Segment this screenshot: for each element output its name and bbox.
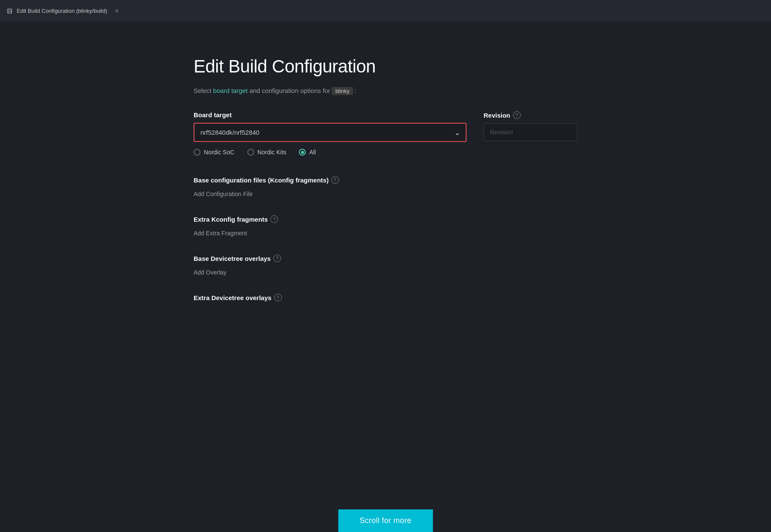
add-extra-fragment-link[interactable]: Add Extra Fragment [194, 227, 247, 239]
extra-kconfig-help-icon[interactable]: ? [270, 215, 278, 223]
revision-col: Revision ? [484, 111, 577, 142]
title-bar: ⊟ Edit Build Configuration (blinky/build… [0, 0, 771, 22]
subtitle-middle: and configuration options for [249, 87, 332, 94]
base-devicetree-section: Base Devicetree overlays ? Add Overlay [194, 254, 577, 278]
radio-label-all: All [309, 149, 316, 156]
add-overlay-link[interactable]: Add Overlay [194, 266, 226, 278]
radio-nordic-kits[interactable]: Nordic Kits [247, 149, 287, 156]
radio-nordic-soc[interactable]: Nordic SoC [194, 149, 235, 156]
close-button[interactable]: × [112, 6, 121, 16]
extra-devicetree-title: Extra Devicetree overlays ? [194, 294, 577, 301]
extra-kconfig-section: Extra Kconfig fragments ? Add Extra Frag… [194, 215, 577, 239]
radio-circle-nordic-kits [247, 149, 254, 156]
board-target-dropdown[interactable]: nrf52840dk/nrf52840 [194, 123, 467, 142]
page-title: Edit Build Configuration [194, 56, 577, 77]
form-container: Edit Build Configuration Select board ta… [194, 56, 577, 301]
base-devicetree-title: Base Devicetree overlays ? [194, 254, 577, 262]
main-content: Edit Build Configuration Select board ta… [0, 22, 771, 318]
board-target-link[interactable]: board target [213, 87, 248, 94]
subtitle-suffix: : [355, 87, 357, 94]
scroll-for-more-button[interactable]: Scroll for more [338, 509, 433, 532]
base-devicetree-help-icon[interactable]: ? [273, 254, 281, 262]
filter-radio-group: Nordic SoC Nordic Kits All [194, 145, 577, 159]
board-target-col: Board target nrf52840dk/nrf52840 ⌄ [194, 111, 467, 142]
base-config-help-icon[interactable]: ? [331, 176, 339, 184]
radio-label-nordic-kits: Nordic Kits [258, 149, 287, 156]
extra-devicetree-help-icon[interactable]: ? [274, 294, 282, 301]
window-title: Edit Build Configuration (blinky/build) [17, 8, 107, 14]
project-badge: blinky [332, 87, 353, 95]
extra-kconfig-title: Extra Kconfig fragments ? [194, 215, 577, 223]
board-target-label: Board target [194, 111, 467, 119]
revision-label: Revision ? [484, 111, 577, 119]
subtitle-prefix: Select [194, 87, 213, 94]
radio-circle-all [299, 149, 306, 156]
radio-label-nordic-soc: Nordic SoC [204, 149, 235, 156]
revision-help-icon[interactable]: ? [513, 111, 521, 119]
window-icon: ⊟ [7, 7, 12, 15]
base-config-title: Base configuration files (Kconfig fragme… [194, 176, 577, 184]
board-revision-row: Board target nrf52840dk/nrf52840 ⌄ Revis… [194, 111, 577, 142]
base-config-section: Base configuration files (Kconfig fragme… [194, 176, 577, 200]
add-config-file-link[interactable]: Add Configuration File [194, 188, 253, 200]
board-target-dropdown-wrapper: nrf52840dk/nrf52840 ⌄ [194, 123, 467, 142]
revision-input[interactable] [484, 123, 577, 141]
radio-all[interactable]: All [299, 149, 316, 156]
radio-circle-nordic-soc [194, 149, 200, 156]
subtitle: Select board target and configuration op… [194, 87, 577, 94]
extra-devicetree-section: Extra Devicetree overlays ? [194, 294, 577, 301]
